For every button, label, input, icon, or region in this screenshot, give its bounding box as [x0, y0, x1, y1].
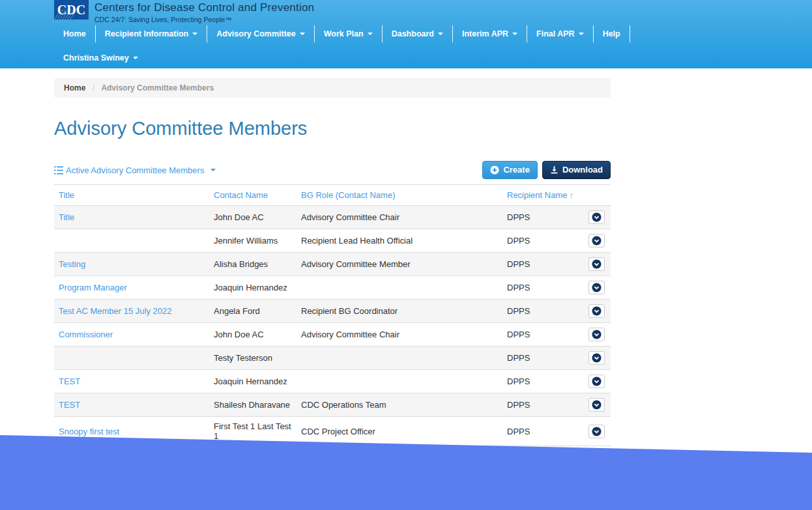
- user-menu-label: Christina Swiney: [63, 53, 129, 63]
- bg-role-cell: CDC Project Officer: [301, 417, 507, 446]
- row-actions-button[interactable]: [588, 351, 605, 365]
- member-title-link[interactable]: Testing: [59, 259, 85, 269]
- nav-item-recipient-information[interactable]: Recipient Information: [96, 25, 207, 42]
- title-cell: [54, 347, 214, 370]
- table-row: Testy Testerson DPPS: [54, 347, 611, 370]
- bg-role-cell: Advisory Committee Chair: [301, 323, 507, 347]
- nav-item-label: Recipient Information: [105, 29, 188, 38]
- member-title-link[interactable]: TEST: [59, 376, 80, 386]
- action-cell: [588, 417, 611, 446]
- nav-item-home[interactable]: Home: [54, 25, 96, 42]
- column-header-contact-name[interactable]: Contact Name: [214, 185, 301, 206]
- download-button-label: Download: [562, 165, 603, 175]
- bg-role-cell: [301, 370, 507, 393]
- create-button-label: Create: [503, 165, 529, 175]
- caret-down-icon: [579, 33, 584, 35]
- list-icon: [54, 166, 63, 175]
- caret-down-icon: [438, 33, 443, 35]
- nav-item-dashboard[interactable]: Dashboard: [383, 25, 453, 42]
- user-menu[interactable]: Christina Swiney: [54, 50, 147, 66]
- title-cell: [54, 229, 214, 253]
- breadcrumb-separator: /: [93, 83, 94, 92]
- row-actions-button[interactable]: [588, 281, 605, 294]
- row-actions-button[interactable]: [588, 210, 605, 224]
- caret-down-icon: [300, 33, 305, 35]
- bg-role-cell: CDC Operations Team: [301, 393, 507, 417]
- row-actions-button[interactable]: [588, 398, 605, 412]
- svg-text:CDC: CDC: [57, 3, 85, 17]
- member-title-link[interactable]: Snoopy first test: [59, 427, 119, 436]
- row-actions-button[interactable]: [588, 425, 605, 438]
- recipient-name-cell: DPPS: [507, 229, 588, 253]
- member-title-link[interactable]: Program Manager: [59, 283, 127, 292]
- title-cell: Testing: [54, 253, 214, 276]
- chevron-down-circle-icon: [592, 212, 602, 222]
- nav-item-label: Home: [63, 29, 86, 38]
- caret-down-icon: [512, 33, 517, 35]
- action-cell: [588, 229, 611, 253]
- table-row: TEST Joaquin Hernandez DPPS: [54, 370, 611, 393]
- primary-nav: Home Recipient Information Advisory Comm…: [54, 25, 812, 42]
- download-button[interactable]: Download: [542, 161, 611, 179]
- create-button[interactable]: Create: [482, 161, 537, 179]
- member-title-link[interactable]: Commissioner: [59, 330, 113, 339]
- action-cell: [588, 300, 611, 323]
- site-header: CDC Centers for Disease Control and Prev…: [0, 0, 812, 68]
- table-header: Title Contact Name BG Role (Contact Name…: [54, 185, 611, 206]
- download-icon: [550, 165, 558, 175]
- table-row: TEST Shailesh Dharavane CDC Operations T…: [54, 393, 611, 417]
- contact-name-cell: Joaquin Hernandez: [214, 276, 301, 300]
- breadcrumb-home[interactable]: Home: [64, 83, 85, 92]
- nav-item-final-apr[interactable]: Final APR: [527, 25, 594, 42]
- contact-name-cell: John Doe AC: [214, 323, 301, 347]
- row-actions-button[interactable]: [588, 328, 605, 341]
- nav-item-label: Help: [603, 29, 620, 38]
- table-row: Title John Doe AC Advisory Committee Cha…: [54, 206, 611, 229]
- toolbar-actions: Create Download: [482, 161, 611, 179]
- title-cell: Title: [54, 206, 214, 229]
- contact-name-cell: Joaquin Hernandez: [214, 370, 301, 393]
- table-row: Testing Alisha Bridges Advisory Committe…: [54, 253, 611, 276]
- chevron-down-circle-icon: [592, 283, 602, 292]
- bg-role-cell: Advisory Committee Member: [301, 253, 507, 276]
- nav-item-interim-apr[interactable]: Interim APR: [453, 25, 527, 42]
- column-header-recipient-name[interactable]: Recipient Name↑: [507, 185, 588, 206]
- contact-name-cell: Testy Testerson: [214, 347, 301, 370]
- action-cell: [588, 323, 611, 347]
- member-title-link[interactable]: Title: [59, 212, 74, 222]
- column-header-bg-role[interactable]: BG Role (Contact Name): [301, 185, 507, 206]
- action-cell: [588, 253, 611, 276]
- member-title-link[interactable]: TEST: [59, 400, 80, 410]
- nav-item-work-plan[interactable]: Work Plan: [315, 25, 383, 42]
- member-title-link[interactable]: Test AC Member 15 July 2022: [59, 306, 171, 316]
- column-header-title[interactable]: Title: [54, 185, 214, 206]
- cdc-logo[interactable]: CDC: [54, 0, 89, 20]
- table-row: Commissioner John Doe AC Advisory Commit…: [54, 323, 611, 347]
- chevron-down-circle-icon: [592, 330, 602, 339]
- page: CDC Centers for Disease Control and Prev…: [0, 0, 812, 446]
- title-cell: Test AC Member 15 July 2022: [54, 300, 214, 323]
- row-actions-button[interactable]: [588, 234, 605, 248]
- brand-row: CDC Centers for Disease Control and Prev…: [54, 0, 812, 21]
- bg-role-cell: [301, 276, 507, 300]
- row-actions-button[interactable]: [588, 257, 605, 271]
- filter-dropdown[interactable]: Active Advisory Committee Members: [54, 165, 216, 175]
- recipient-name-cell: DPPS: [507, 393, 588, 417]
- members-table: Title Contact Name BG Role (Contact Name…: [54, 184, 611, 446]
- contact-name-cell: Shailesh Dharavane: [214, 393, 301, 417]
- table-row: Test AC Member 15 July 2022 Angela Ford …: [54, 300, 611, 323]
- action-cell: [588, 347, 611, 370]
- brand-tagline: CDC 24/7: Saving Lives, Protecting Peopl…: [94, 16, 314, 23]
- nav-item-advisory-committee[interactable]: Advisory Committee: [207, 25, 315, 42]
- breadcrumb: Home / Advisory Committee Members: [54, 78, 611, 98]
- nav-item-label: Work Plan: [324, 29, 364, 38]
- row-actions-button[interactable]: [588, 304, 605, 318]
- recipient-name-cell: DPPS: [507, 347, 588, 370]
- nav-item-help[interactable]: Help: [594, 25, 630, 42]
- nav-item-label: Advisory Committee: [216, 29, 296, 38]
- chevron-down-circle-icon: [592, 259, 602, 269]
- table-body: Title John Doe AC Advisory Committee Cha…: [54, 206, 611, 446]
- row-actions-button[interactable]: [588, 375, 605, 388]
- recipient-name-cell: DPPS: [507, 417, 588, 446]
- user-nav: Christina Swiney: [54, 50, 812, 66]
